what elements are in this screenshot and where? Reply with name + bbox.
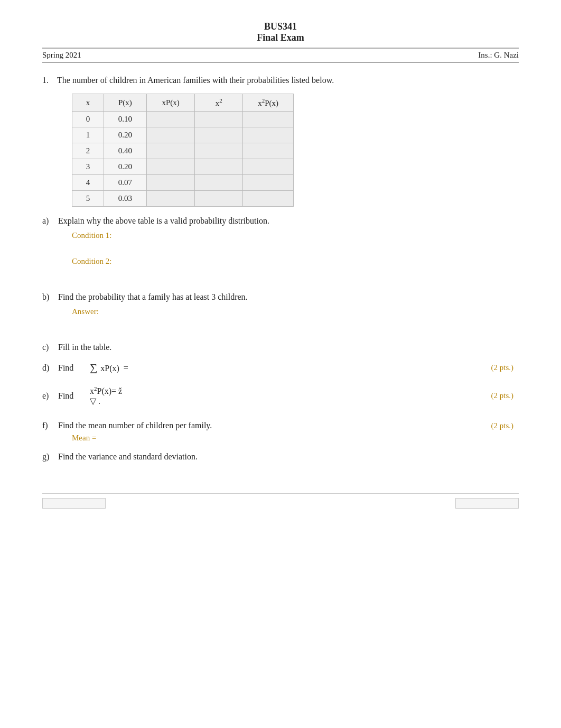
table-row-x2px-1	[243, 127, 294, 143]
table-row-xpx-2	[147, 143, 195, 159]
condition1-label: Condition 1:	[72, 231, 519, 240]
part-b-sub: Answer:	[72, 307, 519, 333]
table-row-px-5: 0.03	[104, 191, 146, 207]
table-row-px-3: 0.20	[104, 159, 146, 175]
part-d-eq: =	[124, 363, 128, 373]
col-header-xpx: xP(x)	[147, 94, 195, 112]
table-row-x2px-5	[243, 191, 294, 207]
table-row-x2-5	[195, 191, 243, 207]
instructor-label: Ins.: G. Nazi	[478, 51, 519, 60]
table-row-x2px-4	[243, 175, 294, 191]
page-header: BUS341 Final Exam	[42, 21, 519, 43]
part-f-row: f) Find the mean number of children per …	[42, 421, 519, 430]
part-b-block: b) Find the probability that a family ha…	[42, 292, 519, 333]
part-f-text: Find the mean number of children per fam…	[58, 421, 491, 430]
part-e-findlabel: Find	[58, 391, 90, 401]
part-g-letter: g)	[42, 452, 58, 462]
table-row-x2-3	[195, 159, 243, 175]
part-f-pts: (2 pts.)	[491, 421, 519, 430]
part-c-text: Fill in the table.	[58, 343, 519, 352]
table-row-xpx-5	[147, 191, 195, 207]
footer-line	[42, 493, 519, 509]
part-f-block: f) Find the mean number of children per …	[42, 421, 519, 443]
part-g-block: g) Find the variance and standard deviat…	[42, 452, 519, 462]
part-b-text: Find the probability that a family has a…	[58, 292, 519, 302]
part-c-row: c) Fill in the table.	[42, 343, 519, 352]
part-a-text: Explain why the above table is a valid p…	[58, 216, 519, 226]
part-g-row: g) Find the variance and standard deviat…	[42, 452, 519, 462]
part-e-pts: (2 pts.)	[491, 391, 519, 400]
part-f-sub: Mean =	[72, 434, 519, 443]
part-d-formula-text: xP(x)	[100, 364, 119, 373]
mean-label: Mean =	[72, 434, 519, 443]
q1-number: 1.	[42, 76, 57, 85]
part-f-letter: f)	[42, 421, 58, 430]
table-row-x-1: 1	[72, 127, 104, 143]
table-row-x-4: 4	[72, 175, 104, 191]
footer-right-box	[455, 498, 519, 509]
table-row-x2-1	[195, 127, 243, 143]
part-a-sub: Condition 1: Condition 2:	[72, 231, 519, 283]
question-1: 1. The number of children in American fa…	[42, 76, 519, 462]
part-e-letter: e)	[42, 391, 58, 401]
part-d-pts: (2 pts.)	[491, 363, 519, 372]
col-header-px: P(x)	[104, 94, 146, 112]
q1-main: 1. The number of children in American fa…	[42, 76, 519, 85]
part-a-letter: a)	[42, 216, 58, 226]
table-row-px-0: 0.10	[104, 112, 146, 127]
part-g-text: Find the variance and standard deviation…	[58, 452, 519, 462]
condition2-label: Condition 2:	[72, 257, 519, 266]
exam-title: Final Exam	[42, 32, 519, 43]
col-header-x2: x2	[195, 94, 243, 112]
part-e-formula: x2P(x)= ž ▽ .	[90, 385, 122, 406]
col-header-x2px: x2P(x)	[243, 94, 294, 112]
part-a-block: a) Explain why the above table is a vali…	[42, 216, 519, 283]
part-c-block: c) Fill in the table.	[42, 343, 519, 352]
table-row-xpx-4	[147, 175, 195, 191]
part-e-formula-sigma: ▽ .	[90, 397, 100, 406]
footer-left-box	[42, 498, 106, 509]
part-d-findlabel: Find	[58, 363, 90, 373]
part-d-letter: d)	[42, 363, 58, 373]
part-d-formula: ∑ xP(x)	[90, 362, 119, 374]
answer-label: Answer:	[72, 307, 519, 316]
table-row-xpx-1	[147, 127, 195, 143]
part-e-formula-text: x2P(x)= ž	[90, 386, 122, 395]
table-row-x2-4	[195, 175, 243, 191]
q1-text: The number of children in American famil…	[57, 76, 519, 85]
table-row-x-3: 3	[72, 159, 104, 175]
part-d-block: d) Find ∑ xP(x) = (2 pts.)	[42, 362, 519, 374]
course-title: BUS341	[42, 21, 519, 32]
probability-table: x P(x) xP(x) x2 x2P(x) 00.1010.2020.4030…	[72, 94, 294, 207]
part-c-letter: c)	[42, 343, 58, 352]
table-row-x-2: 2	[72, 143, 104, 159]
part-e-block: e) Find x2P(x)= ž ▽ . (2 pts.)	[42, 385, 519, 406]
part-b-letter: b)	[42, 292, 58, 302]
table-row-px-4: 0.07	[104, 175, 146, 191]
part-e-row: e) Find x2P(x)= ž ▽ . (2 pts.)	[42, 385, 519, 406]
part-b-row: b) Find the probability that a family ha…	[42, 292, 519, 302]
table-row-x-0: 0	[72, 112, 104, 127]
part-d-row: d) Find ∑ xP(x) = (2 pts.)	[42, 362, 519, 374]
table-row-xpx-0	[147, 112, 195, 127]
sigma-icon-d: ∑	[90, 362, 97, 373]
table-row-px-1: 0.20	[104, 127, 146, 143]
table-row-x2px-0	[243, 112, 294, 127]
table-row-x-5: 5	[72, 191, 104, 207]
col-header-x: x	[72, 94, 104, 112]
table-row-x2px-3	[243, 159, 294, 175]
semester-label: Spring 2021	[42, 51, 81, 60]
table-row-x2-0	[195, 112, 243, 127]
prob-table-wrapper: x P(x) xP(x) x2 x2P(x) 00.1010.2020.4030…	[72, 94, 519, 207]
table-row-x2-2	[195, 143, 243, 159]
part-a-row: a) Explain why the above table is a vali…	[42, 216, 519, 226]
table-row-x2px-2	[243, 143, 294, 159]
table-row-xpx-3	[147, 159, 195, 175]
table-row-px-2: 0.40	[104, 143, 146, 159]
header-info-bar: Spring 2021 Ins.: G. Nazi	[42, 48, 519, 63]
